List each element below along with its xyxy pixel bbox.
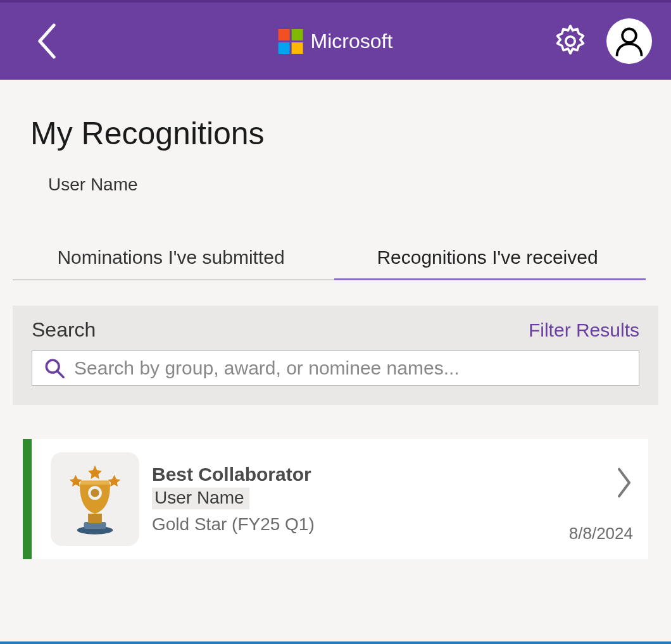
chevron-left-icon [36, 23, 58, 59]
card-body: Best Collaborator User Name Gold Star (F… [32, 439, 648, 559]
brand: Microsoft [279, 29, 393, 54]
page-title: My Recognitions [30, 115, 641, 152]
recognition-title: Best Collaborator [152, 464, 556, 485]
svg-point-1 [622, 29, 636, 43]
recognition-nominee: User Name [152, 488, 249, 509]
bottom-border [0, 641, 671, 644]
profile-button[interactable] [606, 18, 652, 64]
card-open-button[interactable] [615, 468, 633, 500]
svg-rect-6 [88, 514, 102, 523]
settings-button[interactable] [552, 23, 589, 59]
filter-results-link[interactable]: Filter Results [529, 319, 639, 341]
current-user-label: User Name [48, 175, 641, 195]
back-button[interactable] [32, 26, 62, 56]
tab-recognitions-received[interactable]: Recognitions I've received [329, 239, 646, 280]
search-icon [44, 357, 65, 379]
main-content: My Recognitions User Name Nominations I'… [0, 80, 671, 559]
svg-point-8 [91, 489, 99, 497]
card-right: 8/8/2024 [569, 455, 633, 543]
recognition-card[interactable]: Best Collaborator User Name Gold Star (F… [23, 439, 648, 559]
recognition-award-group: Gold Star (FY25 Q1) [152, 514, 556, 535]
tab-nominations-submitted[interactable]: Nominations I've submitted [13, 239, 329, 280]
header-actions [552, 18, 652, 64]
brand-label: Microsoft [311, 30, 393, 53]
search-box[interactable] [32, 350, 639, 386]
chevron-right-icon [615, 468, 633, 498]
award-image [51, 452, 139, 546]
svg-line-3 [57, 371, 63, 377]
recognition-date: 8/8/2024 [569, 524, 633, 543]
microsoft-logo-icon [279, 29, 303, 54]
card-text: Best Collaborator User Name Gold Star (F… [152, 464, 556, 535]
svg-point-0 [566, 37, 575, 46]
card-status-accent [23, 439, 32, 559]
app-header: Microsoft [0, 0, 671, 80]
gear-icon [552, 23, 589, 59]
tabs: Nominations I've submitted Recognitions … [13, 239, 646, 280]
trophy-icon [60, 461, 130, 537]
search-label: Search [32, 318, 96, 342]
search-input[interactable] [74, 357, 627, 379]
search-panel: Search Filter Results [13, 306, 658, 405]
avatar-icon [606, 18, 652, 64]
